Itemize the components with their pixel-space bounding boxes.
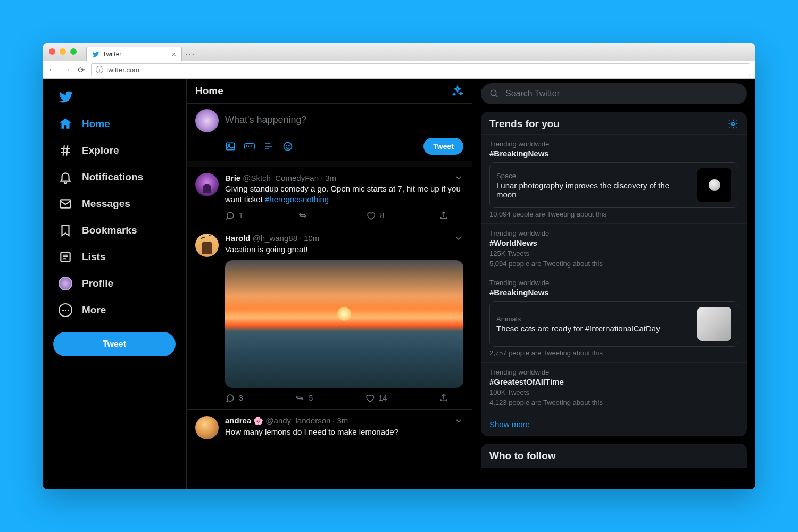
reply-button[interactable]: 3 — [225, 393, 243, 403]
svg-rect-2 — [227, 143, 235, 149]
like-count: 14 — [379, 394, 387, 402]
image-icon[interactable] — [225, 141, 236, 152]
tweet-author-handle[interactable]: @Sktch_ComedyFan — [243, 173, 319, 182]
trend-card[interactable]: Space Lunar photography improves the dis… — [489, 162, 738, 208]
tweet-button[interactable]: Tweet — [53, 332, 176, 356]
trend-subtext: 10,094 people are Tweeting about this — [489, 210, 738, 218]
envelope-icon — [59, 197, 72, 211]
tweet-text: Giving standup comedy a go. Open mic sta… — [225, 184, 463, 205]
window-close-icon[interactable] — [49, 48, 55, 55]
sidebar-item-lists[interactable]: Lists — [53, 245, 176, 269]
trend-card[interactable]: Animals These cats are ready for #Intern… — [489, 301, 738, 347]
sidebar-item-notifications[interactable]: Notifications — [53, 165, 176, 189]
show-more-link[interactable]: Show more — [481, 412, 747, 436]
sidebar-item-label: Notifications — [82, 171, 143, 183]
who-to-follow-panel: Who to follow — [481, 444, 747, 468]
timeline: Home What's happening? GIF Tweet — [186, 79, 472, 489]
card-headline: Lunar photography improves the discovery… — [496, 181, 691, 199]
reply-count: 1 — [239, 211, 243, 220]
tweet-actions: 3 5 14 — [225, 393, 448, 403]
twitter-logo-icon[interactable] — [53, 84, 176, 110]
trend-item[interactable]: Trending worldwide #BreakingNews Space L… — [481, 134, 747, 223]
tweet-image[interactable] — [225, 260, 463, 388]
like-button[interactable]: 14 — [365, 393, 387, 403]
sidebar-item-explore[interactable]: Explore — [53, 138, 176, 163]
browser-window: Twitter × ⋯ ← → ⟳ i twitter.com Home — [43, 43, 755, 489]
tweet[interactable]: Brie @Sktch_ComedyFan · 3m Giving standu… — [187, 167, 472, 227]
chevron-down-icon[interactable] — [454, 416, 463, 426]
sidebar-item-label: Bookmarks — [82, 225, 137, 236]
twitter-app: Home Explore Notifications Messages Book… — [43, 79, 755, 489]
compose-tweet-button[interactable]: Tweet — [423, 138, 463, 155]
svg-point-6 — [289, 145, 289, 146]
trends-panel: Trends for you Trending worldwide #Break… — [481, 112, 747, 436]
tweet-avatar[interactable] — [195, 416, 219, 439]
share-button[interactable] — [439, 393, 448, 403]
sparkle-icon[interactable] — [452, 85, 463, 97]
chevron-down-icon[interactable] — [454, 173, 463, 182]
window-minimize-icon[interactable] — [60, 48, 66, 55]
tweet-time: 10m — [304, 234, 319, 243]
tweet[interactable]: andrea 🌸 @andy_landerson · 3m How many l… — [187, 410, 472, 446]
compose-box: What's happening? GIF Tweet — [187, 104, 472, 167]
window-zoom-icon[interactable] — [70, 48, 77, 55]
tweet-avatar[interactable] — [195, 173, 219, 196]
sidebar-item-profile[interactable]: Profile — [53, 271, 176, 296]
browser-tab[interactable]: Twitter × — [86, 47, 182, 61]
user-avatar[interactable] — [195, 109, 219, 132]
card-category: Space — [496, 172, 691, 180]
emoji-icon[interactable] — [282, 141, 293, 152]
trend-item[interactable]: Trending worldwide #WorldNews 125K Tweet… — [481, 223, 747, 273]
tweet-author-handle[interactable]: @andy_landerson — [265, 416, 330, 425]
retweet-button[interactable] — [298, 211, 312, 220]
hashtag-link[interactable]: #heregoesnothing — [265, 195, 329, 204]
trends-title: Trends for you — [489, 118, 560, 130]
browser-tabs: Twitter × ⋯ — [86, 43, 195, 61]
trend-tweetcount: 125K Tweets — [489, 250, 738, 257]
reload-icon[interactable]: ⟳ — [78, 65, 85, 75]
hashtag-icon — [59, 144, 72, 157]
compose-media-icons: GIF — [225, 141, 293, 152]
tweet-avatar[interactable] — [195, 234, 219, 257]
card-category: Animals — [496, 315, 691, 323]
trend-item[interactable]: Trending worldwide #GreatestOfAllTime 10… — [481, 362, 747, 412]
trend-context: Trending worldwide — [489, 368, 738, 376]
forward-icon[interactable]: → — [63, 65, 71, 74]
trend-context: Trending worldwide — [489, 229, 738, 237]
gear-icon[interactable] — [728, 119, 738, 129]
tweet-author-name[interactable]: andrea 🌸 — [225, 416, 263, 426]
share-button[interactable] — [439, 211, 448, 220]
tweet-author-handle[interactable]: @h_wang88 — [253, 234, 297, 243]
new-tab-button[interactable]: ⋯ — [185, 47, 195, 61]
retweet-count: 5 — [309, 394, 313, 402]
tweet-actions: 1 8 — [225, 211, 448, 220]
sidebar-item-label: Lists — [82, 251, 105, 263]
more-icon — [59, 303, 72, 317]
site-info-icon[interactable]: i — [96, 66, 103, 73]
poll-icon[interactable] — [263, 141, 274, 152]
retweet-button[interactable]: 5 — [295, 393, 313, 403]
trend-item[interactable]: Trending worldwide #BreakingNews Animals… — [481, 273, 747, 362]
tweet[interactable]: Harold @h_wang88 · 10m Vacation is going… — [187, 227, 472, 410]
trend-topic: #BreakingNews — [489, 288, 738, 297]
tab-close-icon[interactable]: × — [172, 50, 176, 59]
compose-input[interactable]: What's happening? — [225, 109, 307, 126]
gif-icon[interactable]: GIF — [244, 141, 255, 152]
tweet-author-name[interactable]: Brie — [225, 173, 240, 182]
tweet-author-name[interactable]: Harold — [225, 234, 251, 243]
sidebar-item-label: More — [82, 304, 106, 316]
like-button[interactable]: 8 — [366, 211, 384, 220]
sidebar-item-bookmarks[interactable]: Bookmarks — [53, 218, 176, 243]
sidebar-item-messages[interactable]: Messages — [53, 192, 176, 216]
card-headline: These cats are ready for #InternationalC… — [496, 324, 691, 333]
trend-topic: #BreakingNews — [489, 149, 738, 158]
url-input[interactable]: i twitter.com — [91, 63, 750, 76]
sidebar-item-home[interactable]: Home — [53, 112, 176, 136]
chevron-down-icon[interactable] — [454, 234, 463, 243]
search-input[interactable]: Search Twitter — [481, 83, 747, 104]
trend-context: Trending worldwide — [489, 140, 738, 148]
sidebar-item-more[interactable]: More — [53, 298, 176, 322]
reply-button[interactable]: 1 — [225, 211, 243, 220]
tweet-text: Vacation is going great! — [225, 244, 463, 255]
back-icon[interactable]: ← — [48, 65, 56, 74]
